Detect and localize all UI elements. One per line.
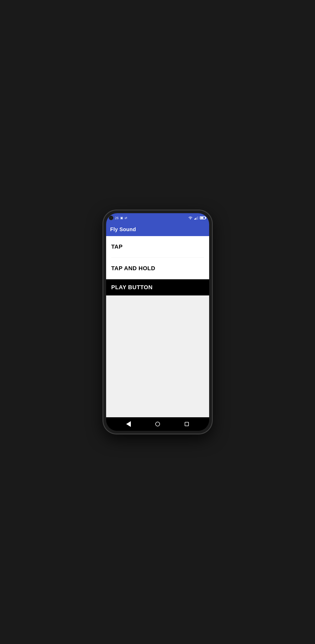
tap-label: TAP: [111, 243, 123, 250]
tap-item[interactable]: TAP: [111, 236, 204, 258]
play-button-label: PLAY BUTTON: [111, 284, 153, 291]
phone-screen: 26 ▣ ⇄: [106, 213, 209, 431]
back-icon: [126, 421, 131, 427]
app-title: Fly Sound: [110, 226, 136, 232]
sync-icon: ⇄: [125, 216, 127, 220]
app-bar: Fly Sound: [106, 223, 209, 236]
battery-fill: [201, 217, 203, 219]
recents-button[interactable]: [182, 419, 191, 429]
status-left: 26 ▣ ⇄: [109, 216, 127, 220]
status-time: 26: [115, 216, 119, 220]
sd-card-icon: ▣: [120, 216, 123, 220]
recents-icon: [185, 422, 189, 426]
content-area: TAP TAP AND HOLD PLAY BUTTON: [106, 236, 209, 417]
signal-icon: [194, 216, 198, 220]
nav-bar: [106, 417, 209, 431]
wifi-icon: [188, 216, 193, 220]
camera-icon: [109, 216, 113, 220]
play-area[interactable]: [106, 295, 209, 417]
tap-section: TAP TAP AND HOLD: [106, 236, 209, 279]
home-icon: [155, 422, 160, 426]
phone-device: 26 ▣ ⇄: [103, 210, 212, 434]
status-right: [188, 216, 205, 220]
battery-icon: [200, 216, 205, 219]
back-button[interactable]: [124, 419, 133, 429]
svg-point-0: [190, 219, 191, 219]
tap-and-hold-item[interactable]: TAP AND HOLD: [111, 258, 204, 279]
home-button[interactable]: [153, 419, 162, 429]
play-section-header: PLAY BUTTON: [106, 279, 209, 295]
status-bar: 26 ▣ ⇄: [106, 213, 209, 223]
tap-and-hold-label: TAP AND HOLD: [111, 265, 155, 272]
